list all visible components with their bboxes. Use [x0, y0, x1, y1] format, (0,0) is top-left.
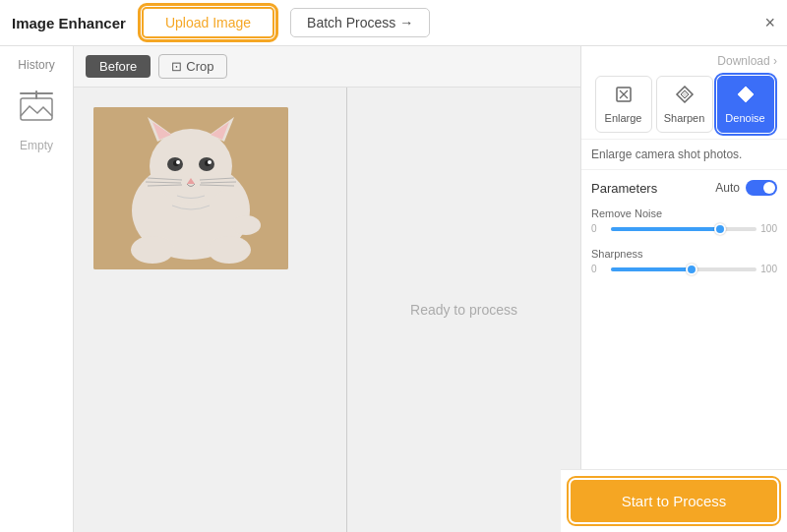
history-label: History: [18, 58, 54, 72]
process-button-container: Start to Process: [561, 469, 787, 532]
svg-point-24: [208, 236, 251, 264]
sharpness-fill: [611, 267, 692, 271]
remove-noise-label: Remove Noise: [591, 207, 777, 219]
noise-slider[interactable]: [611, 227, 757, 231]
cat-svg: [93, 107, 288, 269]
sidebar-icon-area: Empty: [17, 88, 56, 152]
right-panel-top: Download › Enlarge Sharpen: [581, 46, 787, 140]
center-panel: Before ⊡ Crop: [74, 46, 580, 532]
sharpen-icon: [675, 85, 695, 108]
image-placeholder-icon: [18, 89, 55, 126]
tool-buttons: Enlarge Sharpen Denoise: [591, 76, 777, 133]
download-link[interactable]: Download ›: [591, 54, 777, 68]
enlarge-button[interactable]: Enlarge: [595, 76, 652, 133]
svg-marker-28: [681, 90, 689, 98]
auto-toggle[interactable]: [746, 180, 777, 196]
remove-noise-slider-group: Remove Noise 0 100: [591, 207, 777, 234]
batch-process-button[interactable]: Batch Process →: [290, 8, 430, 37]
main-layout: History Empty Before ⊡ Crop: [0, 46, 787, 532]
sidebar: History Empty: [0, 46, 74, 532]
title-bar: Image Enhancer Upload Image Batch Proces…: [0, 0, 787, 46]
cat-image: [93, 107, 288, 269]
svg-point-23: [131, 236, 174, 264]
description-text: Enlarge camera shot photos.: [581, 140, 787, 170]
svg-point-30: [742, 90, 750, 98]
noise-max: 100: [760, 223, 777, 234]
center-toolbar: Before ⊡ Crop: [74, 46, 580, 88]
enlarge-icon: [614, 85, 634, 108]
params-header: Parameters Auto: [591, 180, 777, 196]
sharpness-slider-row: 0 100: [591, 264, 777, 274]
auto-toggle-row: Auto: [715, 180, 777, 196]
sharpen-button[interactable]: Sharpen: [656, 76, 713, 133]
sharpness-slider[interactable]: [611, 267, 757, 271]
denoise-button[interactable]: Denoise: [717, 76, 774, 133]
crop-label: Crop: [186, 59, 213, 74]
before-button[interactable]: Before: [86, 55, 151, 78]
crop-button[interactable]: ⊡ Crop: [158, 54, 226, 79]
crop-icon: ⊡: [171, 59, 182, 74]
sharpness-thumb[interactable]: [686, 264, 697, 275]
auto-label-text: Auto: [715, 181, 740, 195]
right-image-zone: Ready to process: [347, 88, 580, 532]
denoise-icon: [736, 85, 756, 108]
image-area: Ready to process: [74, 88, 580, 532]
sharpen-label: Sharpen: [664, 112, 705, 124]
start-process-button[interactable]: Start to Process: [571, 480, 777, 522]
svg-point-14: [176, 160, 180, 164]
remove-noise-slider-row: 0 100: [591, 223, 777, 234]
ready-to-process-text: Ready to process: [410, 302, 517, 318]
parameters-label: Parameters: [591, 181, 657, 196]
denoise-label: Denoise: [725, 112, 764, 124]
svg-point-25: [231, 215, 261, 235]
upload-button[interactable]: Upload Image: [142, 7, 274, 38]
noise-thumb[interactable]: [714, 223, 726, 235]
title-bar-left: Image Enhancer Upload Image Batch Proces…: [12, 7, 430, 38]
sharpness-slider-group: Sharpness 0 100: [591, 248, 777, 274]
app-title: Image Enhancer: [12, 15, 126, 31]
svg-point-15: [208, 160, 212, 164]
sharpness-max: 100: [760, 264, 777, 274]
enlarge-label: Enlarge: [605, 112, 642, 124]
svg-point-5: [150, 129, 232, 204]
sharpness-label: Sharpness: [591, 248, 777, 260]
sharpness-min: 0: [591, 264, 607, 274]
right-panel: Download › Enlarge Sharpen: [580, 46, 787, 532]
noise-fill: [611, 227, 720, 231]
empty-label: Empty: [20, 139, 53, 152]
image-icon: [17, 88, 56, 127]
close-button[interactable]: ×: [764, 14, 775, 31]
left-image-zone: [74, 88, 346, 532]
noise-min: 0: [591, 223, 607, 234]
svg-rect-0: [21, 98, 52, 120]
